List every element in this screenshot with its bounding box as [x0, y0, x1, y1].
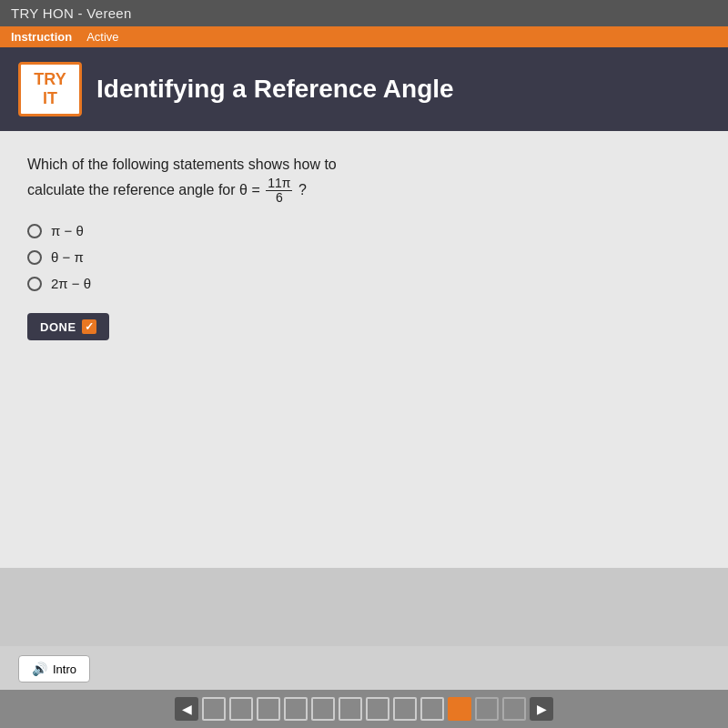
nav-square-6[interactable] [339, 697, 362, 721]
nav-square-2[interactable] [229, 697, 253, 721]
bottom-bar: 🔊 Intro [0, 646, 728, 692]
instruction-status: Active [86, 30, 118, 44]
question-area: Which of the following statements shows … [0, 131, 728, 568]
instruction-bar: Instruction Active [0, 26, 728, 47]
list-item[interactable]: θ − π [27, 249, 701, 265]
intro-label: Intro [53, 662, 76, 676]
nav-square-3[interactable] [257, 697, 280, 721]
try-it-badge: TRY IT [18, 62, 82, 116]
nav-square-12[interactable] [502, 697, 526, 721]
answer-options: π − θ θ − π 2π − θ [27, 223, 701, 291]
nav-square-8[interactable] [393, 697, 417, 721]
it-text: IT [43, 89, 57, 108]
header-section: TRY IT Identifying a Reference Angle [0, 47, 728, 131]
math-fraction: 11π 6 [266, 177, 292, 206]
list-item[interactable]: π − θ [27, 223, 701, 238]
speaker-icon: 🔊 [32, 662, 47, 676]
nav-square-1[interactable] [202, 697, 226, 721]
try-text: TRY [34, 70, 66, 89]
instruction-label: Instruction [11, 30, 72, 44]
page-title: Identifying a Reference Angle [96, 75, 454, 104]
done-checkmark: ✓ [82, 319, 97, 334]
list-item[interactable]: 2π − θ [27, 276, 701, 291]
nav-square-10[interactable] [448, 697, 471, 721]
nav-square-9[interactable] [420, 697, 444, 721]
theta-equals: θ = [239, 182, 264, 197]
question-line2-part1: calculate the reference angle for [27, 182, 236, 197]
nav-square-5[interactable] [311, 697, 335, 721]
title-bar-text: TRY HON - Vereen [11, 5, 132, 21]
done-label: DONE [40, 320, 76, 334]
nav-bar: ◀ ▶ [0, 690, 728, 728]
title-bar: TRY HON - Vereen [0, 0, 728, 26]
done-button[interactable]: DONE ✓ [27, 313, 109, 340]
radio-button-1[interactable] [27, 224, 42, 238]
question-text: Which of the following statements shows … [27, 153, 701, 205]
intro-button[interactable]: 🔊 Intro [18, 655, 90, 682]
radio-button-3[interactable] [27, 277, 42, 291]
option-1-text: π − θ [51, 223, 84, 238]
nav-next-button[interactable]: ▶ [530, 697, 553, 721]
option-2-text: θ − π [51, 249, 84, 265]
nav-square-11[interactable] [475, 697, 499, 721]
main-content: TRY IT Identifying a Reference Angle Whi… [0, 47, 728, 568]
radio-button-2[interactable] [27, 250, 42, 265]
fraction-denominator: 6 [274, 191, 285, 205]
option-3-text: 2π − θ [51, 276, 91, 291]
nav-square-4[interactable] [284, 697, 308, 721]
question-line1: Which of the following statements shows … [27, 157, 337, 172]
nav-prev-button[interactable]: ◀ [175, 697, 198, 721]
nav-square-7[interactable] [366, 697, 389, 721]
fraction-numerator: 11π [266, 177, 292, 191]
question-mark: ? [298, 182, 307, 197]
